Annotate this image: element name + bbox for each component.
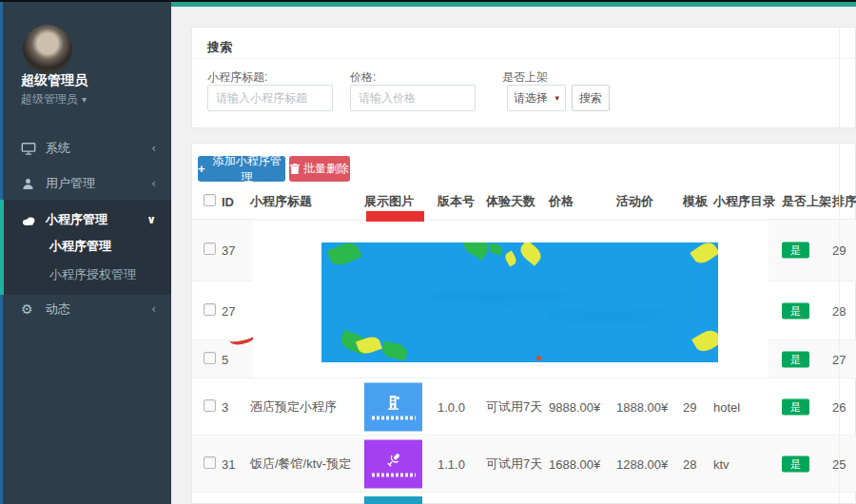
search-panel-title: 搜索 — [207, 39, 232, 56]
sidebar-item-label: 用户管理 — [46, 175, 151, 192]
add-miniprogram-button[interactable]: +添加小程序管理 — [198, 156, 285, 182]
column-header-on-shelf: 是否上架 — [782, 193, 831, 210]
row-thumbnail-partial — [364, 496, 422, 504]
miniprogram-title-input[interactable] — [207, 85, 333, 111]
cogs-icon: ⚙ — [21, 301, 38, 317]
column-header-template: 模板 — [683, 193, 708, 210]
on-shelf-select-value: 请选择 — [514, 90, 548, 107]
divider — [192, 58, 855, 59]
image-preview-backdrop — [253, 222, 768, 378]
table-row-partial — [192, 493, 856, 504]
row-checkbox[interactable] — [204, 399, 216, 412]
chevron-left-icon: ‹ — [151, 177, 156, 190]
on-shelf-badge: 是 — [782, 351, 809, 367]
monitor-icon — [21, 141, 38, 156]
active-menu-strip — [0, 200, 4, 295]
cell-id: 3 — [222, 399, 228, 414]
building-icon — [384, 394, 403, 413]
column-header-title: 小程序标题 — [250, 193, 312, 210]
price-label: 价格: — [350, 69, 376, 86]
sidebar-item-label: 系统 — [46, 140, 151, 157]
on-shelf-badge: 是 — [782, 242, 809, 259]
column-header-id: ID — [222, 194, 234, 208]
cell-template: 29 — [683, 399, 696, 414]
sidebar-subitem-miniprogram-management[interactable]: 小程序管理 — [0, 232, 171, 261]
user-role-label: 超级管理员 — [21, 92, 78, 106]
chevron-left-icon: ‹ — [151, 142, 156, 155]
row-thumbnail-hotel[interactable] — [364, 382, 422, 431]
cell-directory: ktv — [713, 456, 730, 471]
cloud-icon — [21, 213, 38, 227]
search-button[interactable]: 搜索 — [572, 85, 610, 111]
sidebar-subitem-label: 小程序管理 — [49, 238, 111, 255]
row-checkbox[interactable] — [204, 456, 216, 469]
miniprogram-title-label: 小程序标题: — [207, 69, 267, 86]
column-header-activity-price: 活动价 — [616, 193, 653, 210]
chevron-down-icon: ∨ — [146, 213, 156, 226]
price-input[interactable] — [350, 85, 476, 111]
user-role-dropdown[interactable]: 超级管理员▾ — [21, 91, 87, 107]
chevron-left-icon: ‹ — [151, 302, 156, 316]
column-header-price: 价格 — [549, 193, 574, 210]
cell-trial-days: 可试用7天 — [486, 456, 542, 473]
cell-id: 37 — [222, 243, 235, 258]
cell-title: 饭店/餐馆/ktv-预定 — [250, 456, 351, 473]
sidebar-subitem-miniprogram-auth-management[interactable]: 小程序授权管理 — [0, 261, 171, 289]
cell-id: 5 — [222, 352, 228, 366]
delete-button-label: 批量删除 — [303, 161, 349, 177]
cell-version: 1.0.0 — [438, 399, 465, 414]
cell-id: 31 — [222, 456, 235, 471]
search-panel: 搜索 小程序标题: 价格: 是否上架 请选择 ▾ 搜索 — [191, 27, 856, 128]
top-accent-bar — [171, 2, 856, 7]
column-header-directory: 小程序目录 — [713, 193, 775, 210]
cell-template: 28 — [683, 456, 696, 471]
column-header-sort: 排序 — [832, 193, 856, 210]
sidebar-item-system[interactable]: 系统 ‹ — [0, 130, 171, 166]
avatar — [23, 25, 72, 74]
user-icon — [21, 177, 38, 191]
trash-icon — [290, 164, 300, 174]
cell-title: 酒店预定小程序 — [250, 398, 337, 416]
table-row: 3 酒店预定小程序 1.0.0 可试用7天 9888.00¥ 1888.00¥ … — [192, 378, 856, 436]
cell-activity-price: 1888.00¥ — [616, 399, 668, 414]
microphone-icon — [384, 451, 403, 470]
select-caret-icon: ▾ — [554, 93, 559, 103]
on-shelf-badge: 是 — [782, 456, 809, 472]
row-checkbox[interactable] — [204, 352, 216, 364]
plus-icon: + — [198, 162, 205, 176]
row-checkbox[interactable] — [204, 242, 216, 255]
table-header: ID 小程序标题 展示图片 版本号 体验天数 价格 活动价 模板 小程序目录 是… — [192, 184, 856, 220]
sidebar-item-dynamics[interactable]: ⚙ 动态 ‹ — [0, 291, 171, 327]
sidebar-item-label: 动态 — [46, 300, 151, 318]
caret-down-icon: ▾ — [82, 94, 87, 105]
cell-price: 1688.00¥ — [549, 456, 600, 471]
sidebar-item-user-management[interactable]: 用户管理 ‹ — [0, 165, 171, 202]
column-header-image: 展示图片 — [364, 193, 414, 210]
thumbnail-caption — [372, 474, 416, 477]
cell-trial-days: 可试用7天 — [486, 398, 542, 416]
column-header-trial-days: 体验天数 — [486, 193, 535, 210]
on-shelf-select[interactable]: 请选择 ▾ — [507, 85, 566, 111]
sidebar: 超级管理员 超级管理员▾ 系统 ‹ 用户管理 ‹ 小程序管理 ∨ 小 — [0, 0, 171, 504]
sidebar-item-label: 小程序管理 — [46, 211, 146, 228]
divider — [839, 144, 840, 504]
select-all-checkbox[interactable] — [204, 194, 216, 206]
app-window: 超级管理员 超级管理员▾ 系统 ‹ 用户管理 ‹ 小程序管理 ∨ 小 — [0, 0, 856, 504]
batch-delete-button[interactable]: 批量删除 — [289, 156, 350, 182]
table-row: 31 饭店/餐馆/ktv-预定 1.1.0 可试用7天 1688.00¥ 128… — [192, 436, 856, 493]
thumbnail-caption — [372, 417, 416, 420]
cell-id: 27 — [222, 303, 235, 318]
add-button-label: 添加小程序管理 — [209, 153, 285, 185]
user-name: 超级管理员 — [21, 72, 88, 89]
on-shelf-badge: 是 — [782, 302, 809, 319]
cell-directory: hotel — [713, 399, 740, 414]
row-thumbnail-ktv[interactable] — [364, 439, 422, 488]
divider — [839, 28, 840, 127]
cell-version: 1.1.0 — [438, 456, 465, 471]
row-checkbox[interactable] — [204, 303, 216, 316]
cell-price: 9888.00¥ — [549, 399, 600, 414]
image-preview — [321, 242, 718, 362]
on-shelf-label: 是否上架 — [502, 69, 548, 86]
on-shelf-badge: 是 — [782, 398, 809, 415]
sidebar-subitem-label: 小程序授权管理 — [49, 266, 136, 283]
